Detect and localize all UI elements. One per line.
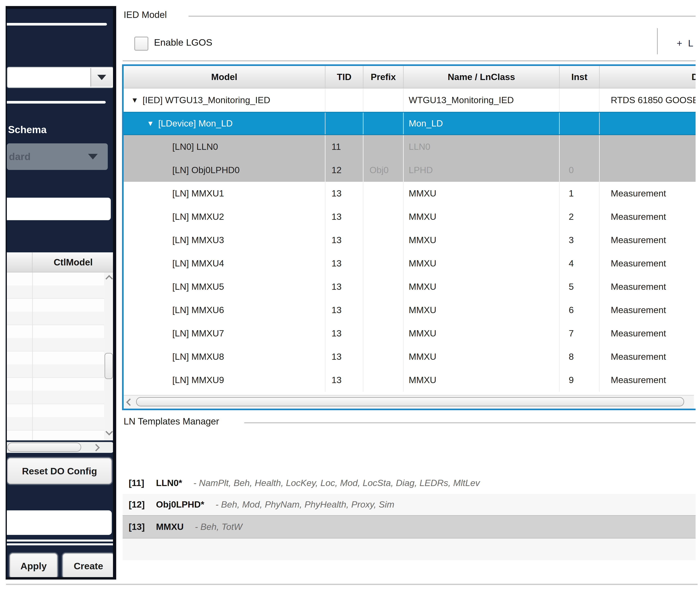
table-row[interactable]: [LN0] LLN0 11 LLN0 xyxy=(124,135,696,158)
scroll-down-icon[interactable] xyxy=(106,428,113,436)
create-button[interactable]: Create xyxy=(63,553,115,579)
expand-arrow-icon[interactable]: ▼ xyxy=(145,119,155,128)
table-row[interactable]: [LN] MMXU2 13 MMXU 2 Measurement xyxy=(124,205,696,228)
model-cell: [LN0] LLN0 xyxy=(172,142,218,152)
name-lnclass-cell: MMXU xyxy=(404,182,560,205)
inst-cell: 4 xyxy=(560,252,600,275)
column-header-model[interactable]: Model xyxy=(124,66,326,88)
table-row[interactable]: [LN] MMXU6 13 MMXU 6 Measurement xyxy=(124,299,696,322)
expand-arrow-icon[interactable]: ▼ xyxy=(130,96,140,105)
ln-template-item[interactable]: [13] MMXU - Beh, TotW xyxy=(123,515,696,538)
model-cell: [LN] MMXU6 xyxy=(172,305,224,315)
table-row[interactable]: [LN] MMXU9 13 MMXU 9 Measurement xyxy=(124,369,696,392)
inst-cell: 3 xyxy=(560,228,600,252)
inst-cell: 9 xyxy=(560,369,600,392)
sidebar-text-input[interactable] xyxy=(7,198,111,220)
horizontal-scrollbar-thumb[interactable] xyxy=(136,397,684,406)
table-row[interactable]: [LN] MMXU1 13 MMXU 1 Measurement xyxy=(124,182,696,205)
model-cell: [IED] WTGU13_Monitoring_IED xyxy=(143,95,270,106)
chevron-down-icon[interactable] xyxy=(90,68,113,87)
prefix-cell xyxy=(363,252,404,275)
window-bottom-border xyxy=(6,584,698,585)
tid-cell: 13 xyxy=(326,275,363,299)
column-header-tid[interactable]: TID xyxy=(326,66,363,88)
group-divider-line xyxy=(189,16,696,17)
table-row[interactable]: [LN] MMXU5 13 MMXU 5 Measurement xyxy=(124,275,696,299)
ied-table-body: ▼ [IED] WTGU13_Monitoring_IED WTGU13_Mon… xyxy=(124,88,696,392)
tid-cell xyxy=(326,113,363,134)
horizontal-scrollbar-thumb[interactable] xyxy=(7,443,81,452)
sidebar-bottom-text-input[interactable] xyxy=(7,510,112,535)
desc-cell xyxy=(600,113,696,134)
column-header-prefix[interactable]: Prefix xyxy=(363,66,404,88)
table-row[interactable]: [LN] MMXU4 13 MMXU 4 Measurement xyxy=(124,252,696,275)
template-tid: [12] xyxy=(129,499,151,510)
ied-table-horizontal-scrollbar[interactable] xyxy=(124,395,694,409)
ln-template-item[interactable]: [12] Obj0LPHD* - Beh, Mod, PhyNam, PhyHe… xyxy=(123,494,696,515)
ctlmodel-column-header: CtlModel xyxy=(32,252,114,272)
inst-cell: 0 xyxy=(560,158,600,182)
name-lnclass-cell: MMXU xyxy=(404,299,560,322)
desc-cell xyxy=(600,158,696,182)
table-row[interactable]: [LN] Obj0LPHD0 12 Obj0 LPHD 0 xyxy=(124,158,696,182)
vertical-scrollbar-thumb[interactable] xyxy=(104,353,113,379)
ied-model-group-label: IED Model xyxy=(124,9,167,20)
ctlmodel-horizontal-scrollbar[interactable] xyxy=(7,442,114,453)
desc-cell: Measurement xyxy=(600,322,696,345)
table-row[interactable]: [LN] MMXU7 13 MMXU 7 Measurement xyxy=(124,322,696,345)
name-lnclass-cell: MMXU xyxy=(404,369,560,392)
model-cell: [LN] MMXU7 xyxy=(172,328,224,339)
inst-cell xyxy=(560,135,600,158)
desc-cell: Measurement xyxy=(600,205,696,228)
add-ln-button[interactable]: + LN xyxy=(677,36,696,51)
inst-cell xyxy=(560,88,600,112)
scroll-up-icon[interactable] xyxy=(106,275,113,282)
column-header-inst[interactable]: Inst xyxy=(560,66,600,88)
column-header-desc-clipped: Desc xyxy=(692,66,696,88)
scroll-right-icon[interactable] xyxy=(92,444,100,451)
scroll-left-icon[interactable] xyxy=(126,399,134,406)
section-divider-line xyxy=(123,60,696,61)
column-header-desc[interactable] xyxy=(600,66,696,88)
tid-cell: 13 xyxy=(326,182,363,205)
ln-template-item[interactable]: [11] LLN0* - NamPlt, Beh, Health, LocKey… xyxy=(123,472,696,494)
table-row[interactable]: ▼ [LDevice] Mon_LD Mon_LD xyxy=(124,112,696,135)
desc-cell: Measurement xyxy=(600,182,696,205)
prefix-cell xyxy=(363,88,404,112)
prefix-cell xyxy=(363,135,404,158)
schema-dropdown[interactable]: dard xyxy=(7,143,108,170)
prefix-cell xyxy=(363,228,404,252)
template-tid: [13] xyxy=(129,522,151,532)
template-name: Obj0LPHD* xyxy=(156,499,204,510)
table-row[interactable]: ▼ [IED] WTGU13_Monitoring_IED WTGU13_Mon… xyxy=(124,88,696,112)
prefix-cell xyxy=(363,275,404,299)
desc-cell: Measurement xyxy=(600,369,696,392)
name-lnclass-cell: MMXU xyxy=(404,252,560,275)
name-lnclass-cell: LLN0 xyxy=(404,135,560,158)
reset-do-config-button[interactable]: Reset DO Config xyxy=(7,458,112,484)
column-header-name-lnclass[interactable]: Name / LnClass xyxy=(404,66,560,88)
prefix-cell xyxy=(363,182,404,205)
inst-cell: 2 xyxy=(560,205,600,228)
table-row[interactable]: [LN] MMXU3 13 MMXU 3 Measurement xyxy=(124,228,696,252)
ln-templates-list: [11] LLN0* - NamPlt, Beh, Health, LocKey… xyxy=(123,472,696,538)
prefix-cell xyxy=(363,369,404,392)
ctlmodel-table-body[interactable] xyxy=(7,272,104,440)
tid-cell: 13 xyxy=(326,345,363,369)
name-lnclass-cell: MMXU xyxy=(404,275,560,299)
tid-cell: 13 xyxy=(326,322,363,345)
ctlmodel-vertical-scrollbar[interactable] xyxy=(104,272,114,440)
name-lnclass-cell: MMXU xyxy=(404,228,560,252)
desc-cell: Measurement xyxy=(600,299,696,322)
chevron-down-icon xyxy=(88,154,98,159)
ied-model-table: Model TID Prefix Name / LnClass Inst Des… xyxy=(122,64,696,410)
enable-lgos-checkbox[interactable] xyxy=(134,37,148,51)
apply-button[interactable]: Apply xyxy=(10,553,58,579)
tid-cell: 13 xyxy=(326,252,363,275)
inst-cell xyxy=(560,113,600,134)
table-row[interactable]: [LN] MMXU8 13 MMXU 8 Measurement xyxy=(124,345,696,369)
desc-cell: RTDS 61850 GOOSE xyxy=(600,88,696,112)
tid-cell: 13 xyxy=(326,299,363,322)
sidebar-top-dropdown[interactable] xyxy=(7,67,114,88)
inst-cell: 1 xyxy=(560,182,600,205)
